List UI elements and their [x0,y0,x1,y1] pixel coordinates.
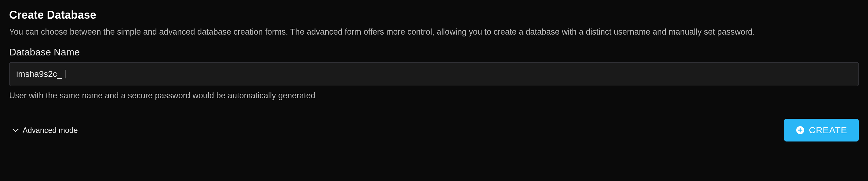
advanced-mode-toggle[interactable]: Advanced mode [9,124,81,136]
page-description: You can choose between the simple and ad… [9,26,858,37]
plus-circle-icon [796,126,805,135]
advanced-mode-label: Advanced mode [23,126,78,135]
page-title: Create Database [9,8,859,21]
database-name-label: Database Name [9,47,859,58]
database-name-input[interactable] [66,62,852,86]
create-button[interactable]: CREATE [784,119,859,141]
database-name-input-wrapper[interactable]: imsha9s2c_ [9,62,859,86]
database-name-prefix: imsha9s2c_ [16,70,66,78]
chevron-down-icon [12,127,19,133]
create-button-label: CREATE [809,125,847,135]
bottom-action-row: Advanced mode CREATE [9,119,859,141]
database-name-helper: User with the same name and a secure pas… [9,91,859,100]
